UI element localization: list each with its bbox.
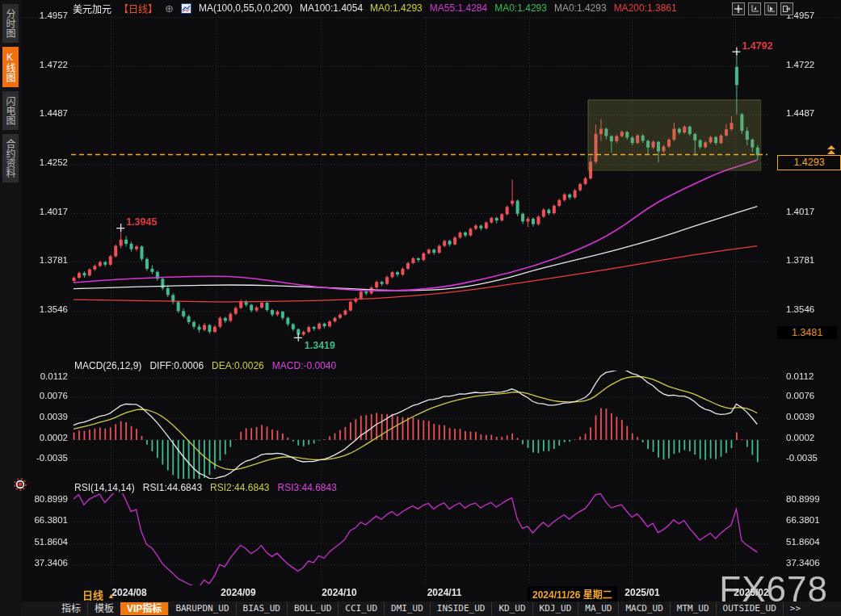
current-price-tag: 1.4293 — [777, 155, 841, 170]
rsi-axis-label: 37.3406 — [786, 558, 820, 568]
circle-plus-icon[interactable]: ⊕ — [165, 2, 174, 15]
macd-title: MACD(26,12,9) — [74, 360, 141, 371]
rsi-axis-label: 66.3801 — [786, 515, 820, 525]
ma-value-label: MA200:1.3861 — [614, 2, 677, 14]
month-label: 2024/08 — [93, 587, 166, 598]
rsi-axis-label: 66.3801 — [19, 515, 68, 525]
chart-title-bar: 美元加元 【日线】 ⊕ MA(100,0,55,0,0,200) MA100:1… — [73, 2, 677, 15]
exit-chart-icon[interactable] — [780, 2, 793, 15]
low-price-tag: 1.3481 — [777, 326, 837, 339]
macd-axis-label: 0.0076 — [786, 391, 814, 400]
indicator-chart-icon[interactable] — [181, 3, 191, 14]
axis-zoom-right-icon[interactable] — [764, 2, 777, 15]
price-axis-label: 1.4017 — [19, 207, 68, 216]
macd-axis-label: 0.0039 — [19, 412, 68, 421]
ma-value-label: MA55:1.4284 — [430, 2, 487, 14]
toolbar-item-cci-ud[interactable]: CCI_UD — [338, 602, 384, 615]
toolbar-item-vip-[interactable]: VIP指标 — [120, 602, 168, 615]
axis-zoom-left-icon[interactable] — [748, 2, 761, 15]
price-axis-label: 1.3781 — [19, 255, 68, 265]
toolbar-item-kd-ud[interactable]: KD_UD — [491, 602, 532, 615]
price-up-arrow-icon — [827, 145, 835, 155]
macd-axis-label: 0.0002 — [19, 433, 68, 442]
rsi2-value: RSI2:44.6843 — [210, 482, 269, 493]
price-annotation: 1.3945 — [126, 216, 157, 228]
indicator-toolbar: 指标模板VIP指标BARUPDN_UDBIAS_UDBOLL_UDCCI_UDD… — [21, 601, 841, 616]
macd-axis-label: 0.0112 — [19, 371, 68, 381]
pan-tool-icon[interactable] — [732, 2, 745, 15]
chart-canvas[interactable] — [0, 0, 841, 616]
symbol-name: 美元加元 — [73, 2, 111, 15]
rsi-title: RSI(14,14,14) — [74, 482, 135, 493]
price-axis-label: 1.4722 — [786, 60, 814, 69]
rsi1-value: RSI1:44.6843 — [143, 482, 202, 493]
chart-window-tools — [732, 2, 793, 15]
highlighted-date-label: 2024/11/26 星期二 — [528, 586, 617, 601]
toolbar-item-macd-ud[interactable]: MACD_UD — [618, 602, 669, 615]
sidebar-tab-3[interactable]: 闪电图 — [2, 91, 19, 130]
macd-axis-label: 0.0039 — [786, 412, 814, 421]
period-tag[interactable]: 【日线】 — [119, 2, 158, 15]
toolbar-item-ma-ud[interactable]: MA_UD — [578, 602, 618, 615]
month-label: 2024/10 — [303, 587, 376, 598]
macd-axis-label: 0.0076 — [19, 391, 68, 400]
toolbar-item-bias-ud[interactable]: BIAS_UD — [236, 602, 287, 615]
price-annotation: 1.3419 — [305, 340, 335, 351]
toolbar-item-inside-ud[interactable]: INSIDE_UD — [430, 602, 492, 615]
price-axis-label: 1.3546 — [786, 304, 814, 314]
watermark: FX678 — [719, 569, 828, 610]
price-axis-label: 1.4487 — [786, 108, 814, 118]
price-axis-label: 1.4017 — [786, 207, 814, 216]
sidebar-tab-4[interactable]: 合约资料 — [2, 134, 19, 182]
month-label: 2024/11 — [408, 587, 481, 598]
rsi-axis-label: 51.8604 — [19, 537, 68, 547]
price-annotation: 1.4792 — [742, 40, 772, 52]
toolbar-item-kdj-ud[interactable]: KDJ_UD — [532, 602, 578, 615]
macd-axis-label: 0.0112 — [786, 371, 814, 381]
date-axis: 日线▲ 2024/082024/092024/102024/112025/012… — [21, 586, 841, 601]
rsi-axis-label: 51.8604 — [786, 537, 820, 547]
ma-value-label: MA0:1.4293 — [370, 2, 423, 14]
price-axis-label: 1.4957 — [19, 10, 68, 20]
price-axis-label: 1.3781 — [786, 255, 814, 265]
macd-axis-label: -0.0035 — [786, 453, 818, 463]
rsi-panel-header: RSI(14,14,14) RSI1:44.6843 RSI2:44.6843 … — [74, 482, 337, 493]
month-label: 2024/09 — [202, 587, 275, 598]
macd-axis-label: -0.0035 — [19, 453, 68, 463]
toolbar-item-dmi-ud[interactable]: DMI_UD — [384, 602, 430, 615]
macd-axis-label: 0.0002 — [786, 433, 814, 442]
ma-value-label: MA100:1.4054 — [300, 2, 363, 14]
indicator-target-icon[interactable] — [14, 478, 27, 494]
trading-app-window: 分时图K线图闪电图合约资料 美元加元 【日线】 ⊕ MA(100,0,55,0,… — [0, 0, 841, 616]
rsi-axis-label: 80.8999 — [786, 494, 820, 504]
rsi-axis-label: 37.3406 — [19, 558, 68, 568]
price-axis-label: 1.4487 — [19, 108, 68, 118]
rsi-axis-label: 80.8999 — [19, 494, 68, 504]
macd-dea-value: DEA:0.0026 — [212, 360, 264, 371]
sidebar-tab-2[interactable]: K线图 — [2, 47, 19, 87]
price-axis-label: 1.4722 — [19, 60, 68, 69]
rsi3-value: RSI3:44.6843 — [278, 482, 337, 493]
ma-legend: MA100:1.4054MA0:1.4293MA55:1.4284MA0:1.4… — [300, 2, 677, 14]
chart-type-sidebar: 分时图K线图闪电图合约资料 — [0, 0, 21, 616]
macd-macd-value: MACD:-0.0040 — [272, 360, 336, 371]
toolbar-item-mtm-ud[interactable]: MTM_UD — [670, 602, 716, 615]
ma-value-label: MA0:1.4293 — [554, 2, 607, 14]
macd-panel-header: MACD(26,12,9) DIFF:0.0006 DEA:0.0026 MAC… — [74, 360, 336, 371]
sidebar-tab-1[interactable]: 分时图 — [2, 4, 19, 43]
toolbar-item--[interactable]: 模板 — [87, 602, 120, 615]
price-axis-label: 1.4252 — [19, 157, 68, 167]
ma-value-label: MA0:1.4293 — [494, 2, 547, 14]
toolbar-item-boll-ud[interactable]: BOLL_UD — [287, 602, 338, 615]
toolbar-item--[interactable]: 指标 — [55, 602, 87, 615]
toolbar-item-barupdn-ud[interactable]: BARUPDN_UD — [168, 602, 235, 615]
ma-settings-label: MA(100,0,55,0,0,200) — [199, 2, 292, 14]
price-axis-label: 1.3546 — [19, 304, 68, 314]
macd-diff-value: DIFF:0.0006 — [149, 360, 204, 371]
